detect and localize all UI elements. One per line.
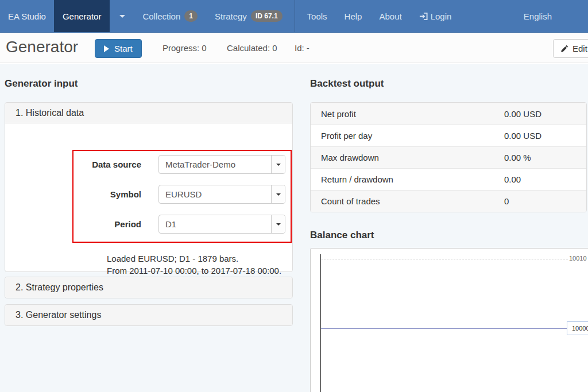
progress-status: Progress: 0 xyxy=(163,33,207,63)
calculated-status: Calculated: 0 xyxy=(227,33,277,63)
data-source-dropdown-button[interactable] xyxy=(271,156,285,173)
nav-tab-tools[interactable]: Tools xyxy=(299,0,336,32)
table-row: Max drawdown 0.00 % xyxy=(311,146,586,168)
period-label: Period xyxy=(78,215,141,234)
chevron-down-icon xyxy=(119,15,125,18)
balance-chart-heading: Balance chart xyxy=(310,230,374,241)
login-icon xyxy=(419,12,428,21)
accordion-strategy-properties[interactable]: 2. Strategy properties xyxy=(5,277,292,298)
strategy-id-badge: ID 67.1 xyxy=(251,10,283,22)
nav-tab-about[interactable]: About xyxy=(370,0,410,32)
collection-count-badge: 1 xyxy=(184,10,198,22)
accordion-generator-settings[interactable]: 3. Generator settings xyxy=(5,305,292,325)
table-row: Net profit 0.00 USD xyxy=(311,103,586,125)
nav-tab-help[interactable]: Help xyxy=(336,0,371,32)
backtest-output-heading: Backtest output xyxy=(310,78,384,90)
table-row: Return / drawdown 0.00 xyxy=(311,168,586,190)
top-navbar: EA Studio Generator Collection 1 Strateg… xyxy=(0,0,588,33)
id-status: Id: - xyxy=(295,33,310,63)
chart-y-axis xyxy=(320,254,321,392)
nav-login[interactable]: Login xyxy=(411,0,461,32)
generator-settings-panel: 3. Generator settings xyxy=(5,304,293,326)
data-source-select[interactable]: MetaTrader-Demo xyxy=(158,155,285,174)
backtest-output-table: Net profit 0.00 USD Profit per day 0.00 … xyxy=(310,102,587,212)
accordion-historical-data[interactable]: 1. Historical data xyxy=(5,103,292,123)
main-content: Generator input 1. Historical data Data … xyxy=(0,64,588,392)
table-row: Profit per day 0.00 USD xyxy=(311,125,586,146)
page-header: Generator Start Progress: 0 Calculated: … xyxy=(0,33,588,63)
table-row: Count of trades 0 xyxy=(311,190,586,212)
data-source-label: Data source xyxy=(78,155,141,174)
page-title: Generator xyxy=(6,38,78,56)
start-button[interactable]: Start xyxy=(95,39,142,58)
symbol-select[interactable]: EURUSD xyxy=(158,185,285,204)
period-dropdown-button[interactable] xyxy=(271,215,285,233)
balance-current-value-tag: 10000 xyxy=(567,321,588,335)
chart-gridline xyxy=(321,259,568,259)
nav-tab-generator[interactable]: Generator xyxy=(54,0,110,32)
balance-chart: 10010 10000 xyxy=(310,248,588,392)
historical-data-panel: 1. Historical data Data source MetaTrade… xyxy=(5,102,293,272)
caret-down-icon xyxy=(276,193,281,196)
edit-button[interactable]: Edit xyxy=(553,39,588,58)
loaded-data-info: Loaded EURUSD; D1 - 1879 bars. From 2011… xyxy=(107,253,281,277)
pencil-icon xyxy=(560,45,568,53)
symbol-label: Symbol xyxy=(78,185,141,204)
language-selector[interactable]: English xyxy=(515,0,560,32)
loaded-data-line2: From 2011-07-10 00:00, to 2017-07-18 00:… xyxy=(107,265,281,277)
nav-tab-strategy[interactable]: Strategy ID 67.1 xyxy=(206,0,291,32)
symbol-dropdown-button[interactable] xyxy=(271,185,285,203)
generator-input-heading: Generator input xyxy=(5,78,78,90)
nav-separator xyxy=(295,0,295,32)
play-icon xyxy=(104,45,109,52)
generator-dropdown-toggle[interactable] xyxy=(110,0,134,32)
strategy-properties-panel: 2. Strategy properties xyxy=(5,277,293,298)
caret-down-icon xyxy=(276,223,281,226)
brand-ea-studio[interactable]: EA Studio xyxy=(0,0,54,32)
loaded-data-line1: Loaded EURUSD; D1 - 1879 bars. xyxy=(107,253,281,265)
chart-gridline-label: 10010 xyxy=(569,255,587,262)
caret-down-icon xyxy=(276,164,281,166)
balance-line xyxy=(321,328,567,329)
historical-data-body: Data source MetaTrader-Demo Symbol EURUS… xyxy=(5,123,292,271)
nav-tab-collection[interactable]: Collection 1 xyxy=(134,0,206,32)
period-select[interactable]: D1 xyxy=(158,215,285,234)
